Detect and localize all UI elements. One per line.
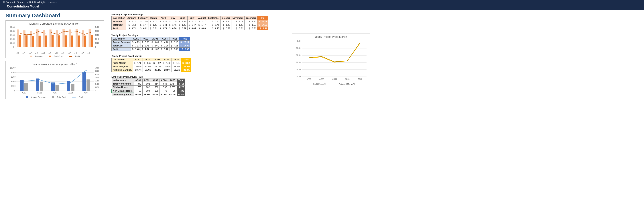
svg-text:January: January <box>12 51 19 54</box>
chart-legend: Annual Revenue Total Cost Profit <box>8 95 102 98</box>
svg-text:40.0%: 40.0% <box>296 40 301 42</box>
row-total: 4,220 <box>176 86 185 89</box>
svg-text:$2.00: $2.00 <box>95 77 99 79</box>
table-cell: $2.15 <box>168 20 178 23</box>
svg-text:AC03: AC03 <box>332 78 337 80</box>
svg-text:July: July <box>54 51 58 54</box>
svg-text:October: October <box>71 51 78 54</box>
table-cell: $1.46 <box>207 23 220 27</box>
row-total: $8.52 <box>181 61 191 65</box>
table-header: September <box>207 17 220 20</box>
row-label: Total Work Hours <box>112 82 134 86</box>
table-cell: $1.49 <box>178 23 187 27</box>
table-header-total: Total <box>181 58 191 61</box>
table-header: March <box>149 17 158 20</box>
row-total: $8.52 <box>179 48 190 51</box>
table-cell: $1.47 <box>187 23 197 27</box>
row-label: Profit Margin <box>112 61 133 65</box>
table-cell: 530 <box>151 86 160 89</box>
svg-text:$2.50: $2.50 <box>10 26 15 28</box>
table-cell: $1.46 <box>133 61 142 65</box>
table-cell: $2.21 <box>126 20 137 23</box>
row-label: Total Cost <box>112 44 131 48</box>
table-cell: 849 <box>134 82 142 86</box>
row-label: Annual Revenue <box>112 41 131 44</box>
table-cell: 88.9% <box>142 93 151 96</box>
table-cell: $1.67 <box>141 48 150 51</box>
table-cell: $5.38 <box>141 41 150 44</box>
svg-text:AC02: AC02 <box>319 78 324 80</box>
svg-rect-18 <box>17 30 19 47</box>
svg-rect-87 <box>24 83 28 91</box>
svg-rect-36 <box>56 30 58 47</box>
svg-point-65 <box>90 32 91 33</box>
svg-text:$1.50: $1.50 <box>10 34 15 36</box>
table-header: In thousands <box>112 79 134 82</box>
table-cell: 843 <box>160 82 168 86</box>
table-header: June <box>178 17 187 20</box>
row-label: Profit <box>112 48 131 51</box>
table-cell: $1.42 <box>149 23 158 27</box>
row-total: 31.3% <box>181 68 191 72</box>
row-label: Profit Margin% <box>112 65 133 68</box>
table-cell: 100 <box>142 89 151 93</box>
table-cell: $0.70 <box>168 27 178 30</box>
row-total: 89.5% <box>176 93 185 96</box>
chart-title: Yearly Project Earnings (CAD million) <box>8 63 102 66</box>
chart-yearly-project-earnings: Yearly Project Earnings (CAD million) $1… <box>6 61 104 99</box>
table-cell: 30.7% <box>133 68 142 72</box>
svg-text:$2.00: $2.00 <box>10 30 15 32</box>
table-cell: 802 <box>142 86 151 89</box>
row-label: Revenue <box>112 20 126 23</box>
ypm-title: Yearly Project Profit Margin <box>112 55 284 57</box>
table-cell: 28.1% <box>152 65 162 68</box>
epr-title: Employee Productivity Rate <box>112 75 284 78</box>
table-yearly-project-earnings: CAD millionAC01AC02AC03AC04AC05TotalAnnu… <box>112 37 190 51</box>
fy-total: $26.11 <box>257 20 268 23</box>
svg-rect-25 <box>32 36 34 47</box>
row-total: 32.6% <box>181 65 191 68</box>
row-label: Total Cost <box>112 23 126 27</box>
table-header: AC05 <box>168 79 176 82</box>
table-cell: $1.02 <box>152 61 162 65</box>
svg-rect-99 <box>86 79 90 91</box>
row-total: $17.59 <box>179 44 190 48</box>
svg-text:$-: $- <box>14 90 16 92</box>
svg-rect-90 <box>40 82 43 91</box>
svg-text:$0.80: $0.80 <box>95 30 99 32</box>
table-cell: $2.11 <box>187 20 197 23</box>
row-label: Productivity Rate <box>112 93 134 96</box>
svg-text:$3.50: $3.50 <box>95 67 99 69</box>
table-cell: 78 <box>160 89 168 93</box>
table-cell: $3.15 <box>170 48 179 51</box>
svg-text:AC05: AC05 <box>84 92 88 94</box>
table-header: October <box>220 17 231 20</box>
svg-text:$8.00: $8.00 <box>11 71 16 73</box>
table-cell: $1.44 <box>158 23 168 27</box>
table-yearly-profit-margin: CAD millionAC01AC02AC03AC04AC05TotalProf… <box>112 58 191 72</box>
table-header: CAD million <box>112 58 133 61</box>
svg-text:AC04: AC04 <box>345 78 350 80</box>
svg-rect-40 <box>65 35 67 47</box>
chart-canvas: 40.0%36.0%32.0%28.0%24.0%20.0%AC01AC02AC… <box>294 39 368 81</box>
table-header: AC03 <box>150 37 160 41</box>
svg-text:32.0%: 32.0% <box>296 54 301 56</box>
svg-text:$1.00: $1.00 <box>95 83 99 85</box>
svg-point-103 <box>54 84 56 85</box>
table-cell: 39.3% <box>172 68 181 72</box>
table-cell: 90.2% <box>134 93 142 96</box>
table-cell: $4.20 <box>160 41 170 44</box>
table-cell: $2.21 <box>207 20 220 23</box>
svg-text:August: August <box>59 51 65 54</box>
svg-text:24.0%: 24.0% <box>296 69 301 71</box>
svg-point-63 <box>77 31 78 32</box>
svg-text:$3.00: $3.00 <box>95 70 99 72</box>
table-cell: $2.22 <box>158 20 168 23</box>
table-cell: 93.2% <box>168 93 176 96</box>
chart-profit-margin: Yearly Project Profit Margin 40.0%36.0%3… <box>292 34 370 86</box>
table-cell: $3.33 <box>131 44 141 48</box>
table-cell: 31.4% <box>142 68 152 72</box>
table-cell: 664 <box>151 82 160 86</box>
table-header: May <box>168 17 178 20</box>
table-header-total: Total <box>179 37 190 41</box>
